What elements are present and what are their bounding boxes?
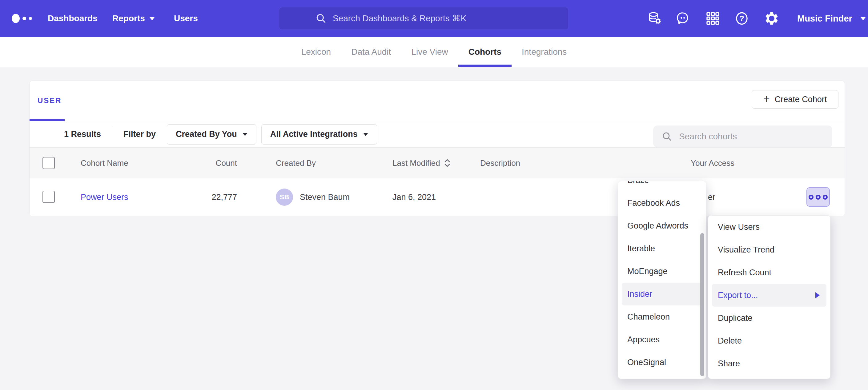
cohort-search-input[interactable] (679, 132, 824, 141)
filter-integrations-dropdown[interactable]: All Active Integrations (261, 124, 377, 144)
top-navbar: Dashboards Reports Users (0, 0, 868, 37)
cohorts-card: USER + Create Cohort 1 Results Filter by… (29, 80, 845, 216)
cohort-search-bar[interactable] (653, 126, 832, 148)
plus-icon: + (763, 94, 770, 105)
app-screen: Dashboards Reports Users (0, 0, 868, 390)
export-to-label: Export to... (718, 291, 758, 300)
created-by-cell: SB Steven Baum (276, 178, 350, 216)
row-actions-menu: View Users Visualize Trend Refresh Count… (708, 215, 831, 379)
menu-item-export-to[interactable]: Export to... (712, 284, 827, 307)
tab-integrations[interactable]: Integrations (512, 37, 577, 67)
help-icon[interactable]: ? (735, 11, 749, 26)
column-header-created-by[interactable]: Created By (276, 148, 316, 178)
nav-link-dashboards-label: Dashboards (48, 13, 98, 23)
submenu-item-onesignal[interactable]: OneSignal (618, 351, 706, 374)
nav-link-dashboards[interactable]: Dashboards (48, 0, 98, 37)
menu-item-visualize-trend[interactable]: Visualize Trend (708, 238, 830, 261)
table-row[interactable]: Power Users 22,777 SB Steven Baum Jan 6,… (30, 178, 845, 216)
settings-gear-icon[interactable] (764, 11, 779, 26)
filter-integrations-label: All Active Integrations (270, 129, 358, 139)
column-header-count[interactable]: Count (176, 148, 237, 178)
chevron-down-icon (363, 133, 368, 136)
table-header: Cohort Name Count Created By Last Modifi… (30, 147, 845, 178)
column-header-description[interactable]: Description (480, 148, 520, 178)
more-dot-icon (816, 195, 820, 200)
column-header-your-access[interactable]: Your Access (691, 148, 735, 178)
select-all-checkbox[interactable] (42, 157, 55, 169)
feedback-icon[interactable] (675, 11, 690, 26)
filter-created-by-dropdown[interactable]: Created By You (167, 124, 256, 144)
search-icon (661, 131, 673, 142)
column-header-cohort-name[interactable]: Cohort Name (81, 148, 128, 178)
your-access-cell: er (708, 178, 715, 216)
more-dot-icon (823, 195, 828, 200)
submenu-item-braze[interactable]: Braze (618, 181, 706, 192)
active-tab-underline (458, 65, 512, 67)
row-more-actions-button[interactable] (806, 187, 830, 207)
row-checkbox[interactable] (42, 191, 55, 203)
search-icon (315, 12, 327, 25)
submenu-item-chameleon[interactable]: Chameleon (618, 305, 706, 328)
menu-item-delete[interactable]: Delete (708, 329, 830, 352)
create-cohort-button[interactable]: + Create Cohort (752, 90, 838, 108)
chevron-down-icon (243, 133, 247, 136)
submenu-item-facebook-ads[interactable]: Facebook Ads (618, 192, 706, 215)
nav-link-users[interactable]: Users (174, 0, 198, 37)
logo-dot-small (29, 17, 32, 20)
submenu-arrow-icon (815, 292, 820, 298)
export-submenu: Braze Facebook Ads Google Adwords Iterab… (618, 181, 706, 379)
menu-item-view-users[interactable]: View Users (708, 216, 830, 238)
mixpanel-dots-logo-icon[interactable] (12, 0, 32, 37)
submenu-item-moengage[interactable]: MoEngage (618, 260, 706, 283)
menu-item-refresh-count[interactable]: Refresh Count (708, 261, 830, 284)
logo-dot-medium (23, 17, 26, 20)
avatar: SB (276, 189, 293, 206)
last-modified-label: Last Modified (393, 158, 440, 168)
filter-created-by-label: Created By You (176, 129, 237, 139)
tab-data-audit-label: Data Audit (351, 47, 391, 57)
submenu-item-google-adwords[interactable]: Google Adwords (618, 215, 706, 237)
apps-grid-icon[interactable] (706, 11, 720, 26)
column-header-last-modified[interactable]: Last Modified (393, 148, 451, 178)
more-dot-icon (809, 195, 813, 200)
submenu-scrollbar[interactable] (700, 233, 704, 376)
tab-integrations-label: Integrations (522, 47, 567, 57)
cohort-name-cell: Power Users (81, 178, 128, 216)
submenu-item-appcues[interactable]: Appcues (618, 328, 706, 351)
creator-name: Steven Baum (300, 193, 350, 202)
nav-link-users-label: Users (174, 13, 198, 23)
submenu-item-iterable[interactable]: Iterable (618, 237, 706, 260)
cohort-name-link[interactable]: Power Users (81, 193, 128, 202)
global-search-input[interactable] (333, 13, 533, 23)
nav-link-reports[interactable]: Reports (112, 0, 155, 37)
menu-item-share[interactable]: Share (708, 352, 830, 375)
section-tabbar: Lexicon Data Audit Live View Cohorts Int… (0, 37, 868, 67)
tab-lexicon[interactable]: Lexicon (291, 37, 341, 67)
submenu-item-insider[interactable]: Insider (622, 283, 703, 305)
account-label: Music Finder (797, 13, 852, 24)
menu-item-duplicate[interactable]: Duplicate (708, 307, 830, 329)
count-cell: 22,777 (176, 178, 237, 216)
tab-data-audit[interactable]: Data Audit (341, 37, 401, 67)
data-gear-icon[interactable] (647, 11, 662, 26)
tab-cohorts[interactable]: Cohorts (458, 37, 512, 67)
global-search-bar[interactable] (279, 7, 569, 30)
tab-cohorts-label: Cohorts (468, 47, 501, 57)
last-modified-cell: Jan 6, 2021 (393, 178, 436, 216)
chevron-down-icon (860, 17, 866, 20)
tab-lexicon-label: Lexicon (301, 47, 331, 57)
create-cohort-label: Create Cohort (775, 95, 827, 104)
nav-link-reports-label: Reports (112, 13, 145, 23)
account-menu[interactable]: Music Finder (797, 0, 866, 37)
results-count: 1 Results (64, 129, 101, 139)
sort-icon (444, 158, 451, 168)
tab-user-cohorts[interactable]: USER (37, 96, 62, 105)
filter-by-label: Filter by (123, 129, 156, 139)
svg-text:?: ? (739, 14, 744, 23)
logo-dot-large (12, 14, 20, 23)
tab-live-view-label: Live View (411, 47, 448, 57)
tab-live-view[interactable]: Live View (401, 37, 458, 67)
chevron-down-icon (149, 17, 155, 20)
